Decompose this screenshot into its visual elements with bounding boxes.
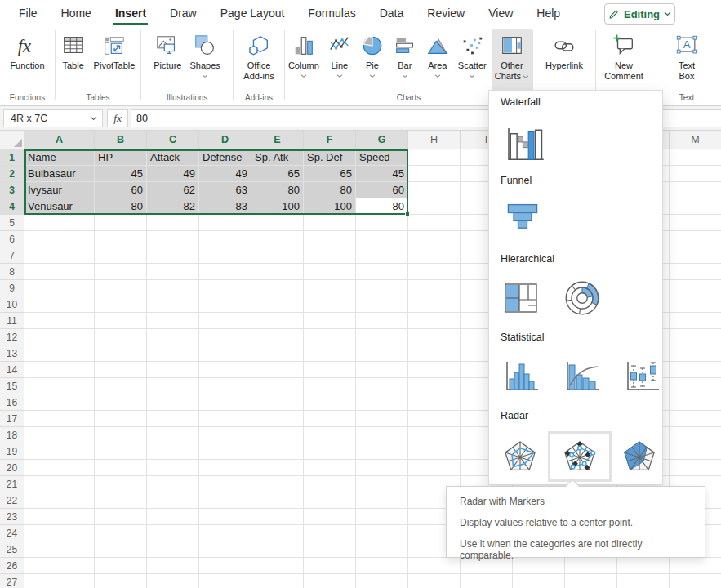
row-header-16[interactable]: 16 (0, 394, 24, 411)
cell-M19[interactable] (670, 443, 721, 460)
cell-C6[interactable] (147, 231, 199, 247)
row-header-3[interactable]: 3 (0, 182, 24, 198)
row-header-11[interactable]: 11 (0, 313, 24, 329)
cell-A17[interactable] (24, 411, 95, 427)
cell-B4[interactable]: 80 (95, 198, 147, 215)
cell-B27[interactable] (95, 574, 147, 588)
function-button[interactable]: fx Function (7, 29, 47, 73)
cell-C1[interactable]: Attack (147, 149, 199, 166)
row-header-26[interactable]: 26 (0, 558, 24, 574)
tab-home[interactable]: Home (61, 0, 91, 27)
cell-D26[interactable] (199, 558, 251, 574)
cell-A25[interactable] (24, 541, 95, 558)
row-header-20[interactable]: 20 (0, 460, 24, 476)
tab-file[interactable]: File (19, 0, 38, 27)
cell-C4[interactable]: 82 (147, 198, 199, 215)
cell-B22[interactable] (95, 492, 147, 509)
pareto-chart-option[interactable] (561, 356, 602, 395)
cell-B17[interactable] (95, 411, 147, 427)
cell-E23[interactable] (251, 509, 304, 525)
cell-D19[interactable] (199, 443, 251, 460)
cell-M12[interactable] (670, 329, 721, 345)
cell-A6[interactable] (24, 231, 95, 247)
row-header-7[interactable]: 7 (0, 247, 24, 264)
column-header-M[interactable]: M (670, 131, 721, 149)
cell-E1[interactable]: Sp. Atk (251, 149, 304, 166)
cell-H26[interactable] (408, 558, 461, 574)
cell-G18[interactable] (356, 427, 408, 443)
cell-M20[interactable] (670, 460, 721, 476)
cell-G11[interactable] (356, 313, 408, 329)
cell-A5[interactable] (24, 215, 95, 231)
cell-D16[interactable] (199, 394, 251, 411)
cell-M16[interactable] (670, 394, 721, 411)
cell-H9[interactable] (408, 280, 461, 296)
cell-E25[interactable] (251, 541, 304, 558)
cell-E18[interactable] (251, 427, 304, 443)
cell-D22[interactable] (199, 492, 251, 509)
row-header-2[interactable]: 2 (0, 166, 24, 182)
row-header-21[interactable]: 21 (0, 476, 24, 492)
cell-H17[interactable] (408, 411, 461, 427)
row-header-18[interactable]: 18 (0, 427, 24, 443)
cell-E24[interactable] (251, 525, 304, 541)
cell-C22[interactable] (147, 492, 199, 509)
cell-B2[interactable]: 45 (95, 166, 147, 182)
cell-E10[interactable] (251, 296, 304, 313)
cell-G7[interactable] (356, 247, 408, 264)
cell-F5[interactable] (304, 215, 356, 231)
cell-E16[interactable] (251, 394, 304, 411)
cell-M13[interactable] (670, 345, 721, 362)
cell-A20[interactable] (24, 460, 95, 476)
cell-B7[interactable] (95, 247, 147, 264)
area-chart-button[interactable]: Area (422, 29, 453, 80)
cell-C17[interactable] (147, 411, 199, 427)
cell-H6[interactable] (408, 231, 461, 247)
tab-draw[interactable]: Draw (170, 0, 197, 27)
cell-A24[interactable] (24, 525, 95, 541)
cell-H11[interactable] (408, 313, 461, 329)
cell-E13[interactable] (251, 345, 304, 362)
cell-G9[interactable] (356, 280, 408, 296)
cell-E27[interactable] (251, 574, 304, 588)
cell-H2[interactable] (408, 166, 461, 182)
cell-E2[interactable]: 65 (251, 166, 304, 182)
tab-help[interactable]: Help (536, 0, 560, 27)
cell-D2[interactable]: 49 (199, 166, 251, 182)
column-header-G[interactable]: G (356, 131, 408, 149)
cell-M1[interactable] (670, 149, 721, 166)
cell-H20[interactable] (408, 460, 461, 476)
cell-M27[interactable] (670, 574, 721, 588)
new-comment-button[interactable]: New Comment (601, 29, 647, 83)
cell-E21[interactable] (251, 476, 304, 492)
cell-A13[interactable] (24, 345, 95, 362)
cell-C14[interactable] (147, 362, 199, 378)
cell-C2[interactable]: 49 (147, 166, 199, 182)
hyperlink-button[interactable]: Hyperlink (542, 29, 586, 73)
column-header-D[interactable]: D (199, 131, 251, 149)
cell-M15[interactable] (670, 378, 721, 394)
treemap-chart-option[interactable] (501, 278, 541, 318)
cell-D10[interactable] (199, 296, 251, 313)
column-header-H[interactable]: H (408, 131, 461, 149)
cell-D24[interactable] (199, 525, 251, 541)
cell-G22[interactable] (356, 492, 408, 509)
cell-E19[interactable] (251, 443, 304, 460)
cell-D25[interactable] (199, 541, 251, 558)
row-header-12[interactable]: 12 (0, 329, 24, 345)
name-box[interactable]: 4R x 7C (3, 109, 103, 127)
office-addins-button[interactable]: Office Add-ins (240, 29, 277, 83)
cell-G1[interactable]: Speed (356, 149, 408, 166)
cell-C21[interactable] (147, 476, 199, 492)
tab-review[interactable]: Review (427, 0, 465, 27)
cell-G3[interactable]: 60 (356, 182, 408, 198)
cell-C10[interactable] (147, 296, 199, 313)
row-header-27[interactable]: 27 (0, 574, 24, 588)
cell-F12[interactable] (304, 329, 356, 345)
cell-H8[interactable] (408, 264, 461, 280)
cell-A23[interactable] (24, 509, 95, 525)
row-header-25[interactable]: 25 (0, 541, 24, 558)
cell-G21[interactable] (356, 476, 408, 492)
sunburst-chart-option[interactable] (561, 278, 603, 318)
column-header-F[interactable]: F (304, 131, 356, 149)
